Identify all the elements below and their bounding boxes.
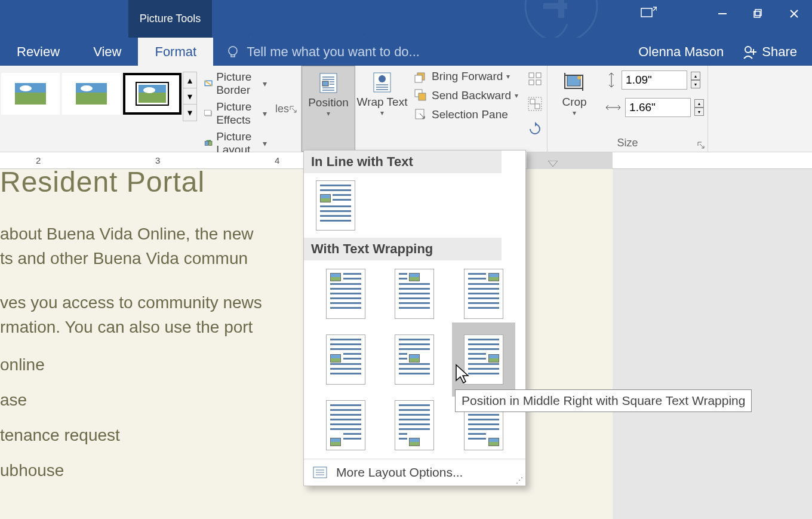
group-size: Crop ▾ ▴▾ ▴▾ Size bbox=[548, 66, 708, 152]
group-picture-styles: ▴ ▾ ▾ Picture Border ▾ Picture Effects ▾… bbox=[0, 66, 302, 152]
gallery-down-button[interactable]: ▾ bbox=[183, 88, 196, 105]
document-gutter bbox=[613, 169, 812, 519]
tab-view[interactable]: View bbox=[76, 38, 138, 66]
group-label-styles: les bbox=[275, 103, 289, 116]
mouse-cursor-icon bbox=[455, 364, 470, 385]
rotate-button[interactable] bbox=[527, 121, 543, 140]
selection-pane-button[interactable]: Selection Pane bbox=[414, 108, 518, 122]
style-thumb-3-selected[interactable] bbox=[123, 73, 182, 115]
pos-top-left[interactable] bbox=[326, 269, 365, 319]
ruler-tick-4: 4 bbox=[275, 155, 279, 165]
svg-rect-14 bbox=[205, 141, 208, 145]
gallery-more-button[interactable]: ▾ bbox=[183, 105, 196, 121]
user-name[interactable]: Olenna Mason bbox=[638, 44, 724, 60]
selection-pane-icon bbox=[414, 108, 428, 122]
svg-rect-29 bbox=[415, 75, 422, 82]
contextual-tab-label: Picture Tools bbox=[128, 0, 212, 38]
height-up[interactable]: ▴ bbox=[691, 72, 700, 80]
selection-pane-label: Selection Pane bbox=[432, 108, 508, 121]
ribbon-tabs: Review View Format Tell me what you want… bbox=[0, 38, 812, 66]
svg-rect-33 bbox=[529, 73, 534, 78]
tooltip: Position in Middle Right with Square Tex… bbox=[455, 389, 752, 412]
width-down[interactable]: ▾ bbox=[694, 108, 704, 116]
dialog-launcher-styles[interactable] bbox=[289, 105, 297, 113]
bring-forward-label: Bring Forward bbox=[432, 70, 503, 83]
send-backward-label: Send Backward bbox=[432, 89, 511, 102]
tab-format[interactable]: Format bbox=[138, 38, 213, 66]
style-thumb-2[interactable] bbox=[62, 73, 121, 115]
group-arrange: Position ▾ Wrap Text ▾ Bring Forward ▾ S… bbox=[302, 66, 548, 152]
position-button[interactable]: Position ▾ bbox=[302, 66, 355, 152]
svg-rect-38 bbox=[530, 99, 535, 104]
dropdown-section-inline: In Line with Text bbox=[304, 151, 525, 173]
svg-rect-39 bbox=[535, 104, 540, 109]
picture-border-icon bbox=[204, 76, 213, 91]
align-icon bbox=[527, 70, 543, 87]
group-label-size: Size bbox=[617, 137, 638, 151]
width-icon bbox=[605, 101, 622, 114]
crop-icon bbox=[561, 69, 588, 96]
resize-grip-icon: ⋰ bbox=[516, 476, 523, 484]
minimize-button[interactable] bbox=[705, 0, 740, 27]
close-button[interactable] bbox=[776, 0, 812, 27]
picture-border-button[interactable]: Picture Border ▾ bbox=[204, 70, 267, 97]
ruler-tick-2: 2 bbox=[36, 155, 41, 165]
crop-label: Crop bbox=[562, 96, 586, 109]
picture-effects-icon bbox=[204, 106, 213, 121]
gallery-up-button[interactable]: ▴ bbox=[183, 72, 196, 88]
send-backward-button[interactable]: Send Backward ▾ bbox=[414, 88, 518, 103]
more-layout-label: More Layout Options... bbox=[336, 465, 463, 479]
group-icon bbox=[527, 96, 543, 112]
picture-effects-label: Picture Effects bbox=[216, 100, 259, 127]
picture-border-label: Picture Border bbox=[216, 70, 259, 97]
width-input[interactable] bbox=[625, 98, 691, 117]
pos-top-center[interactable] bbox=[395, 269, 434, 319]
svg-rect-15 bbox=[209, 141, 212, 145]
dropdown-section-wrap: With Text Wrapping bbox=[304, 238, 525, 260]
picture-effects-button[interactable]: Picture Effects ▾ bbox=[204, 100, 267, 127]
tell-me-search[interactable]: Tell me what you want to do... bbox=[225, 44, 420, 60]
dialog-launcher-size[interactable] bbox=[697, 141, 705, 149]
height-input-row: ▴▾ bbox=[605, 70, 704, 90]
svg-point-2 bbox=[525, 0, 597, 42]
svg-point-41 bbox=[577, 76, 581, 79]
height-icon bbox=[605, 72, 618, 88]
position-dropdown: In Line with Text With Text Wrapping Mor… bbox=[303, 150, 526, 486]
group-objects-button[interactable] bbox=[527, 96, 543, 115]
svg-rect-36 bbox=[536, 80, 541, 85]
picture-layout-icon bbox=[204, 136, 213, 151]
wrap-text-button[interactable]: Wrap Text ▾ bbox=[355, 66, 409, 152]
align-button[interactable] bbox=[527, 70, 543, 90]
ribbon-display-options-button[interactable] bbox=[640, 6, 657, 23]
svg-rect-23 bbox=[322, 81, 328, 86]
more-layout-options[interactable]: More Layout Options... ⋰ bbox=[304, 459, 525, 486]
ribbon: ▴ ▾ ▾ Picture Border ▾ Picture Effects ▾… bbox=[0, 66, 812, 152]
share-label: Share bbox=[762, 44, 797, 60]
height-down[interactable]: ▾ bbox=[691, 80, 700, 88]
height-input[interactable] bbox=[622, 70, 687, 90]
svg-point-9 bbox=[229, 47, 237, 55]
bring-forward-button[interactable]: Bring Forward ▾ bbox=[414, 69, 518, 84]
restore-button[interactable] bbox=[740, 0, 776, 27]
position-inline-option[interactable] bbox=[316, 180, 355, 231]
width-input-row: ▴▾ bbox=[605, 98, 704, 117]
pos-middle-center[interactable] bbox=[395, 334, 434, 385]
svg-rect-35 bbox=[529, 80, 534, 85]
width-up[interactable]: ▴ bbox=[694, 99, 704, 108]
layout-options-icon bbox=[312, 466, 328, 479]
lightbulb-icon bbox=[225, 44, 241, 60]
tab-review[interactable]: Review bbox=[0, 38, 76, 66]
pos-middle-left[interactable] bbox=[326, 334, 365, 385]
pos-bottom-center[interactable] bbox=[395, 400, 434, 450]
rotate-icon bbox=[527, 121, 543, 137]
position-label: Position bbox=[308, 96, 349, 109]
share-icon bbox=[742, 44, 757, 60]
wrap-text-icon bbox=[370, 70, 394, 94]
position-icon bbox=[316, 71, 340, 95]
style-thumb-1[interactable] bbox=[1, 73, 60, 115]
picture-styles-gallery[interactable]: ▴ ▾ ▾ bbox=[0, 68, 199, 128]
pos-top-right[interactable] bbox=[464, 269, 503, 319]
share-button[interactable]: Share bbox=[736, 38, 803, 66]
svg-point-10 bbox=[745, 47, 751, 53]
pos-bottom-left[interactable] bbox=[326, 400, 365, 450]
